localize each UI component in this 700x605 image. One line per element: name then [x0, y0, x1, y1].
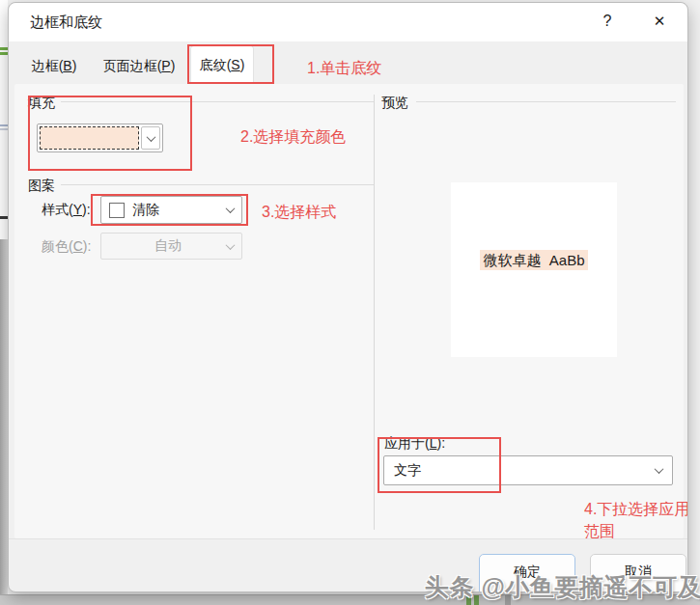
pattern-group-label: 图案 — [28, 178, 55, 195]
dialog-titlebar: 边框和底纹 ? ✕ — [9, 3, 687, 41]
watermark-text: 头条 @小鱼要摘遥不可及的星 — [425, 571, 700, 603]
tab-page-border[interactable]: 页面边框(P) — [88, 49, 190, 84]
annotation-box-step3 — [91, 194, 248, 226]
annotation-text-step2: 2.选择填充颜色 — [240, 127, 346, 148]
annotation-box-step1 — [187, 44, 274, 84]
chevron-down-icon — [655, 464, 664, 474]
annotation-text-step1: 1.单击底纹 — [307, 59, 381, 79]
annotation-box-step4 — [378, 437, 501, 493]
color-label: 颜色(C): — [42, 238, 91, 256]
close-icon[interactable]: ✕ — [638, 3, 681, 40]
preview-group-label: 预览 — [381, 95, 408, 112]
style-label: 样式(Y): — [42, 202, 91, 219]
chevron-down-icon — [226, 240, 236, 250]
preview-sample-text: 微软卓越 AaBb — [451, 252, 617, 270]
background-line — [0, 128, 8, 130]
dialog-title: 边框和底纹 — [30, 14, 102, 32]
tab-borders-label: 边框(B) — [32, 58, 77, 75]
annotation-text-step3: 3.选择样式 — [262, 203, 336, 223]
annotation-box-step2 — [28, 96, 192, 171]
background-line — [0, 216, 8, 219]
divider — [61, 184, 374, 185]
tab-page-border-label: 页面边框(P) — [103, 58, 176, 75]
color-dropdown: 自动 — [100, 233, 242, 260]
preview-card: 微软卓越 AaBb — [451, 182, 617, 357]
help-icon[interactable]: ? — [586, 3, 629, 40]
borders-and-shading-dialog: 边框和底纹 ? ✕ 边框(B) 页面边框(P) 底纹(S) 填充 图案 样式(Y… — [8, 2, 688, 592]
background-line — [0, 124, 8, 126]
background-table-border — [0, 52, 8, 55]
background-table-border — [0, 47, 8, 50]
annotation-text-step4: 4.下拉选择应用范围 — [584, 498, 688, 542]
divider — [9, 538, 688, 539]
background-shadow — [0, 239, 8, 594]
tab-borders[interactable]: 边框(B) — [20, 49, 88, 84]
screen: 边框和底纹 ? ✕ 边框(B) 页面边框(P) 底纹(S) 填充 图案 样式(Y… — [0, 0, 700, 605]
divider — [416, 101, 676, 102]
background-document-strip — [0, 0, 8, 605]
color-value: 自动 — [109, 237, 227, 255]
divider — [374, 95, 375, 530]
